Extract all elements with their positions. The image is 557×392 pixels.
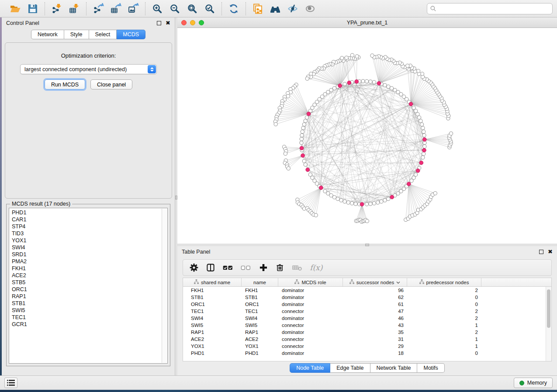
network-node[interactable] bbox=[284, 152, 287, 155]
network-node[interactable] bbox=[406, 64, 409, 68]
network-node[interactable] bbox=[387, 197, 390, 200]
network-node[interactable] bbox=[302, 159, 306, 163]
network-node[interactable] bbox=[414, 109, 418, 113]
mcds-node[interactable] bbox=[338, 84, 342, 88]
tab-network-table[interactable]: Network Table bbox=[370, 363, 418, 373]
mcds-node[interactable] bbox=[419, 161, 423, 165]
hide-graphics-details-button[interactable] bbox=[285, 2, 300, 16]
network-node[interactable] bbox=[365, 79, 368, 83]
network-node[interactable] bbox=[369, 202, 372, 206]
network-node[interactable] bbox=[340, 56, 344, 60]
mcds-result-item[interactable]: ORC1 bbox=[12, 286, 167, 293]
import-table-button[interactable] bbox=[67, 2, 82, 16]
tab-edge-table[interactable]: Edge Table bbox=[330, 363, 370, 373]
export-image-button[interactable] bbox=[126, 2, 141, 16]
network-node[interactable] bbox=[390, 86, 393, 90]
mcds-node[interactable] bbox=[355, 79, 359, 83]
column-header-successor-nodes[interactable]: successor nodes bbox=[343, 278, 407, 286]
delete-row-button[interactable] bbox=[275, 261, 285, 274]
network-node[interactable] bbox=[416, 69, 420, 73]
mcds-result-item[interactable]: SWI4 bbox=[12, 244, 167, 251]
search-input[interactable] bbox=[427, 3, 553, 14]
mcds-node[interactable] bbox=[377, 81, 381, 85]
mcds-node[interactable] bbox=[422, 148, 426, 152]
network-node[interactable] bbox=[372, 202, 376, 205]
mcds-result-item[interactable]: TEC1 bbox=[12, 314, 167, 321]
network-node[interactable] bbox=[302, 123, 306, 126]
network-node[interactable] bbox=[393, 88, 397, 92]
network-node[interactable] bbox=[361, 79, 365, 83]
network-node[interactable] bbox=[304, 163, 307, 166]
float-window-icon[interactable] bbox=[539, 250, 543, 254]
criterion-dropdown[interactable]: largest connected component (undirected) bbox=[20, 64, 157, 74]
column-header-predecessor-nodes[interactable]: predecessor nodes bbox=[407, 278, 481, 286]
network-node[interactable] bbox=[383, 199, 387, 202]
mcds-result-item[interactable]: PHD1 bbox=[12, 209, 167, 216]
network-node[interactable] bbox=[417, 116, 421, 119]
network-node[interactable] bbox=[422, 130, 426, 133]
table-row[interactable]: FKH1FKH1dominator962 bbox=[183, 287, 551, 294]
clear-selection-button[interactable] bbox=[240, 261, 251, 274]
network-node[interactable] bbox=[301, 126, 305, 130]
network-node[interactable] bbox=[422, 152, 426, 155]
table-row[interactable]: ORC1ORC1dominator610 bbox=[183, 301, 551, 308]
mcds-result-item[interactable]: GCR1 bbox=[12, 321, 167, 328]
mcds-node[interactable] bbox=[409, 102, 413, 106]
network-node[interactable] bbox=[355, 55, 359, 58]
network-node[interactable] bbox=[419, 119, 422, 123]
export-table-button[interactable] bbox=[108, 2, 123, 16]
table-row[interactable]: SWI5SWI5connector431 bbox=[183, 322, 551, 329]
save-button[interactable] bbox=[25, 2, 40, 16]
table-row[interactable]: TEC1TEC1connector472 bbox=[183, 308, 551, 315]
network-node[interactable] bbox=[345, 56, 348, 59]
float-window-icon[interactable] bbox=[157, 21, 161, 25]
network-node[interactable] bbox=[387, 85, 390, 88]
refresh-button[interactable] bbox=[226, 2, 241, 16]
table-row[interactable]: YOX1YOX1connector291 bbox=[183, 343, 551, 350]
network-view-canvas[interactable] bbox=[177, 28, 557, 244]
mcds-result-item[interactable]: SRD1 bbox=[12, 251, 167, 258]
column-header-name[interactable]: name bbox=[242, 278, 278, 286]
network-node[interactable] bbox=[286, 94, 290, 98]
network-node[interactable] bbox=[416, 112, 419, 116]
network-node[interactable] bbox=[332, 196, 336, 199]
mcds-node[interactable] bbox=[307, 112, 311, 116]
network-node[interactable] bbox=[396, 90, 400, 94]
network-node[interactable] bbox=[350, 53, 354, 57]
memory-button[interactable]: Memory bbox=[514, 378, 553, 388]
mcds-node[interactable] bbox=[319, 186, 323, 190]
network-node[interactable] bbox=[449, 132, 453, 135]
network-node[interactable] bbox=[308, 173, 312, 176]
clone-network-button[interactable] bbox=[250, 2, 265, 16]
add-row-button[interactable] bbox=[259, 261, 268, 274]
network-node[interactable] bbox=[354, 202, 357, 206]
network-node[interactable] bbox=[412, 176, 415, 179]
mcds-result-item[interactable]: SWI5 bbox=[12, 307, 167, 314]
mcds-node[interactable] bbox=[390, 195, 394, 199]
mcds-node[interactable] bbox=[347, 81, 351, 85]
network-node[interactable] bbox=[300, 137, 303, 141]
network-node[interactable] bbox=[365, 219, 369, 223]
tab-select[interactable]: Select bbox=[89, 30, 117, 39]
network-node[interactable] bbox=[422, 134, 426, 137]
network-node[interactable] bbox=[343, 200, 346, 203]
network-node[interactable] bbox=[274, 122, 277, 126]
network-node[interactable] bbox=[332, 86, 336, 90]
show-graphics-details-button[interactable] bbox=[303, 2, 318, 16]
table-row[interactable]: SWI4SWI4dominator462 bbox=[183, 315, 551, 322]
find-button[interactable] bbox=[268, 2, 283, 16]
select-all-button[interactable] bbox=[222, 261, 233, 274]
mcds-result-item[interactable]: STB5 bbox=[12, 279, 167, 286]
network-node[interactable] bbox=[300, 134, 304, 137]
network-node[interactable] bbox=[376, 201, 380, 204]
network-node[interactable] bbox=[383, 83, 387, 87]
network-node[interactable] bbox=[311, 106, 314, 110]
table-scrollbar[interactable] bbox=[546, 287, 551, 361]
column-header-MCDS-role[interactable]: MCDS role bbox=[278, 278, 343, 286]
run-mcds-button[interactable]: Run MCDS bbox=[45, 79, 85, 89]
column-header-shared-name[interactable]: shared name bbox=[183, 278, 242, 286]
settings-gear-button[interactable] bbox=[189, 261, 199, 274]
tab-network[interactable]: Network bbox=[31, 30, 64, 39]
network-node[interactable] bbox=[287, 167, 290, 170]
table-row[interactable]: STB1STB1dominator620 bbox=[183, 294, 551, 301]
